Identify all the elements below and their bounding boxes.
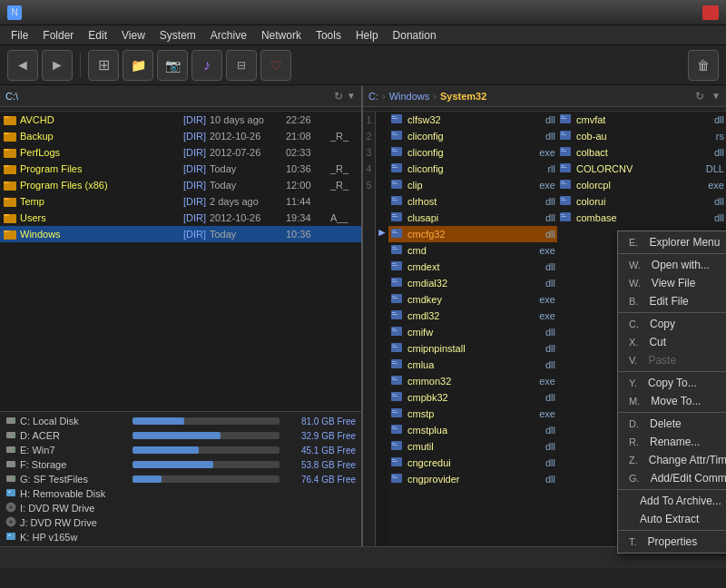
right-file-row-left[interactable]: cmutildll <box>388 438 557 455</box>
left-refresh-button[interactable]: ↻ <box>334 90 343 103</box>
left-file-row[interactable]: Backup[DIR]2012-10-2621:08_R_ <box>0 128 361 144</box>
file-type: dll <box>530 212 555 223</box>
breadcrumb-windows[interactable]: Windows <box>389 91 430 102</box>
context-menu-item[interactable]: R.Rename... <box>618 433 726 451</box>
menu-item-file[interactable]: File <box>4 27 35 44</box>
breadcrumb-system32[interactable]: System32 <box>440 91 486 102</box>
menu-item-system[interactable]: System <box>152 27 203 44</box>
right-file-row-right[interactable]: colorcplexe <box>557 177 726 193</box>
view-button[interactable]: ⊞ <box>88 50 119 81</box>
back-button[interactable]: ◄ <box>7 50 38 81</box>
right-file-row-right[interactable]: COLORCNVDLL <box>557 161 726 177</box>
left-dropdown-button[interactable]: ▼ <box>347 91 356 101</box>
context-menu-item[interactable]: X.Cut <box>618 333 726 351</box>
file-time: 19:34 <box>286 212 327 223</box>
right-dropdown-button[interactable]: ▼ <box>711 91 721 101</box>
drive-item[interactable]: C: Local Disk81.0 GB Free <box>4 414 358 428</box>
right-file-row-left[interactable]: clrhostdll <box>388 193 557 210</box>
right-file-row-left[interactable]: cmpbk32dll <box>388 389 557 406</box>
music-button[interactable]: ♪ <box>191 50 222 81</box>
right-file-row-left[interactable]: cliconfigrll <box>388 161 557 177</box>
right-file-row-left[interactable]: cngcreduidll <box>388 455 557 471</box>
file-attr: _R_ <box>330 163 358 174</box>
right-file-row-left[interactable]: cmmon32exe <box>388 373 557 389</box>
context-menu-item[interactable]: T.Properties <box>618 533 726 551</box>
file-name: combase <box>576 212 697 223</box>
minimize-button[interactable] <box>666 5 682 20</box>
left-file-row[interactable]: AVCHD[DIR]10 days ago22:26 <box>0 112 361 128</box>
right-file-row-right[interactable]: cmvfatdll <box>557 112 726 128</box>
right-file-row-left[interactable]: cmipnpinstalldll <box>388 340 557 357</box>
context-menu-item[interactable]: G.Add/Edit Comment... <box>618 469 726 487</box>
right-file-row-left[interactable]: cmstpexe <box>388 406 557 422</box>
right-file-row-right[interactable]: combasedll <box>557 210 726 226</box>
context-menu-item[interactable]: Z.Change Attr/Time... <box>618 451 726 469</box>
menu-item-archive[interactable]: Archive <box>203 27 254 44</box>
drive-item[interactable]: I: DVD RW Drive <box>4 501 358 515</box>
drive-button[interactable]: ⊟ <box>226 50 257 81</box>
drive-item[interactable]: F: Storage53.8 GB Free <box>4 457 358 472</box>
right-file-row-right[interactable]: cob-aurs <box>557 128 726 144</box>
right-file-row-left[interactable]: cmdexe <box>388 242 557 259</box>
context-menu-item[interactable]: Add To Archive... <box>618 492 726 510</box>
right-file-row-left[interactable]: cmluadll <box>388 357 557 373</box>
right-file-row-left[interactable]: cliconfigexe <box>388 144 557 161</box>
drive-item[interactable]: E: Win745.1 GB Free <box>4 443 358 457</box>
right-file-row-left[interactable]: clipexe <box>388 177 557 193</box>
context-menu-item[interactable]: B.Edit File <box>618 292 726 310</box>
right-file-row-left[interactable]: cngproviderdll <box>388 471 557 487</box>
drive-item[interactable]: J: DVD RW Drive <box>4 515 358 530</box>
file-name: colorcpl <box>576 180 697 191</box>
close-button[interactable] <box>702 5 719 20</box>
left-file-row[interactable]: Program Files[DIR]Today10:36_R_ <box>0 161 361 177</box>
context-menu-item[interactable]: W.View File <box>618 274 726 292</box>
menu-item-folder[interactable]: Folder <box>35 27 81 44</box>
folder-button[interactable]: 📁 <box>123 50 153 81</box>
context-menu-item[interactable]: Y.Copy To... <box>618 374 726 392</box>
right-file-row-left[interactable]: clfsw32dll <box>388 112 557 128</box>
menu-item-help[interactable]: Help <box>348 27 386 44</box>
right-file-row-left[interactable]: cmcfg32dll <box>388 226 557 242</box>
camera-button[interactable]: 📷 <box>157 50 188 81</box>
menu-item-tools[interactable]: Tools <box>309 27 348 44</box>
trash-button[interactable]: 🗑 <box>688 50 719 81</box>
menu-item-donation[interactable]: Donation <box>386 27 444 44</box>
context-menu-item[interactable]: D.Delete <box>618 415 726 433</box>
context-menu-item[interactable]: M.Move To... <box>618 392 726 410</box>
right-file-row-left[interactable]: cmstpluadll <box>388 422 557 438</box>
maximize-button[interactable] <box>684 5 701 20</box>
menu-item-edit[interactable]: Edit <box>81 27 114 44</box>
right-file-row-left[interactable]: cmdl32exe <box>388 308 557 324</box>
forward-button[interactable]: ► <box>42 50 73 81</box>
left-file-row[interactable]: Users[DIR]2012-10-2619:34A__ <box>0 210 361 226</box>
context-menu-separator <box>618 312 726 313</box>
menu-item-view[interactable]: View <box>114 27 152 44</box>
context-menu-item[interactable]: C.Copy <box>618 315 726 333</box>
drive-label: D: ACER <box>20 430 129 441</box>
right-file-row-left[interactable]: clusapidll <box>388 210 557 226</box>
drive-item[interactable]: K: HP v165w <box>4 530 358 544</box>
right-file-row-left[interactable]: cmdial32dll <box>388 275 557 291</box>
menu-item-network[interactable]: Network <box>254 27 309 44</box>
left-file-row[interactable]: PerfLogs[DIR]2012-07-2602:33 <box>0 144 361 161</box>
right-refresh-button[interactable]: ↻ <box>695 90 704 103</box>
left-file-row[interactable]: Windows[DIR]Today10:36 <box>0 226 361 242</box>
drive-item[interactable]: H: Removable Disk <box>4 486 358 501</box>
right-file-row-right[interactable]: coloruidll <box>557 193 726 210</box>
context-menu-item[interactable]: Auto Extract <box>618 510 726 528</box>
svg-rect-63 <box>561 183 566 184</box>
right-file-row-left[interactable]: cliconfigdll <box>388 128 557 144</box>
drive-item[interactable]: G: SF TestFiles76.4 GB Free <box>4 472 358 486</box>
left-file-row[interactable]: Temp[DIR]2 days ago11:44 <box>0 193 361 210</box>
right-file-row-left[interactable]: cmdkeyexe <box>388 291 557 308</box>
left-file-row[interactable]: Program Files (x86)[DIR]Today12:00_R_ <box>0 177 361 193</box>
right-file-row-right[interactable]: colbactdll <box>557 144 726 161</box>
right-file-row-left[interactable]: cmifwdll <box>388 324 557 340</box>
svg-rect-1 <box>4 116 9 118</box>
right-file-row-left[interactable]: cmdextdll <box>388 259 557 275</box>
breadcrumb-c[interactable]: C: <box>368 91 378 102</box>
drive-item[interactable]: D: ACER32.9 GB Free <box>4 428 358 443</box>
favorite-button[interactable]: ♡ <box>260 50 291 81</box>
context-menu-item[interactable]: W.Open with... <box>618 256 726 274</box>
context-menu-item[interactable]: E.Explorer Menu <box>618 233 726 251</box>
